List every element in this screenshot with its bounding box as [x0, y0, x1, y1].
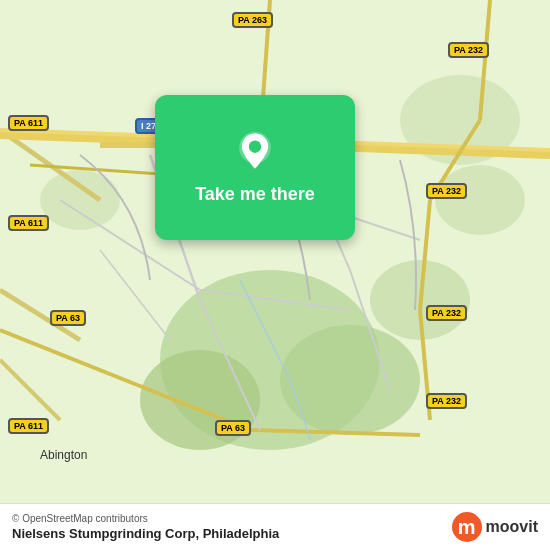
- road-badge-pa263: PA 263: [232, 12, 273, 28]
- abington-label: Abington: [40, 448, 87, 462]
- road-badge-pa232-bot: PA 232: [426, 393, 467, 409]
- svg-point-3: [280, 325, 420, 435]
- road-badge-pa232-mid1: PA 232: [426, 183, 467, 199]
- svg-point-32: [249, 141, 261, 153]
- map-container: I 276 PA 263 PA 232 PA 611 PA 232 PA 611…: [0, 0, 550, 550]
- svg-point-7: [435, 165, 525, 235]
- map-svg: [0, 0, 550, 550]
- moovit-icon: m: [452, 512, 482, 542]
- moovit-logo: m moovit: [452, 512, 538, 542]
- road-badge-pa611-mid: PA 611: [8, 215, 49, 231]
- location-pin-icon: [233, 130, 277, 174]
- bottom-left-info: © OpenStreetMap contributors Nielsens St…: [12, 513, 279, 541]
- take-me-button-label: Take me there: [195, 184, 315, 205]
- road-badge-pa611-top: PA 611: [8, 115, 49, 131]
- road-badge-pa232-mid2: PA 232: [426, 305, 467, 321]
- svg-point-5: [40, 170, 120, 230]
- moovit-icon-letter: m: [458, 516, 476, 539]
- road-badge-pa232-top: PA 232: [448, 42, 489, 58]
- place-name: Nielsens Stumpgrinding Corp, Philadelphi…: [12, 526, 279, 541]
- road-badge-pa611-bot: PA 611: [8, 418, 49, 434]
- road-badge-pa63-mid: PA 63: [215, 420, 251, 436]
- bottom-bar: © OpenStreetMap contributors Nielsens St…: [0, 503, 550, 550]
- take-me-card[interactable]: Take me there: [155, 95, 355, 240]
- map-attribution: © OpenStreetMap contributors: [12, 513, 279, 524]
- road-badge-pa63-left: PA 63: [50, 310, 86, 326]
- moovit-text: moovit: [486, 518, 538, 536]
